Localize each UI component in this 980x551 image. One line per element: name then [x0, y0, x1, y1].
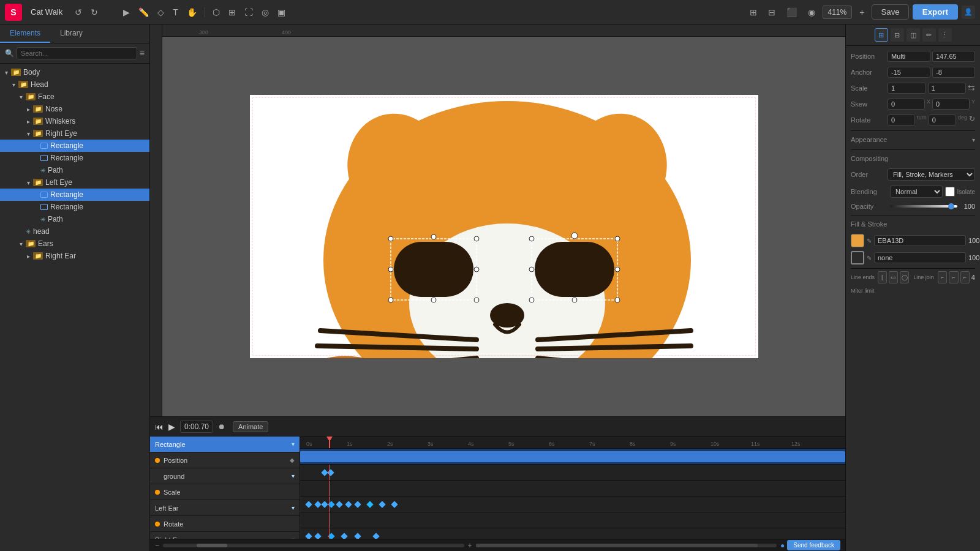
- tl-label-rectangle[interactable]: Rectangle ▾: [150, 437, 300, 452]
- tree-item-path2[interactable]: ✳ Path: [0, 213, 149, 225]
- tl-dropdown-icon2[interactable]: ▾: [292, 473, 295, 479]
- animate-button[interactable]: Animate: [233, 421, 268, 432]
- playhead[interactable]: [329, 437, 330, 448]
- skew-x-input[interactable]: [888, 99, 925, 110]
- align-icon[interactable]: ⊞: [875, 28, 888, 42]
- tree-item-rect3[interactable]: Rectangle: [0, 189, 149, 201]
- layers-icon[interactable]: ◫: [907, 28, 920, 42]
- tree-item-left-eye[interactable]: ▾ 📁 Left Eye: [0, 176, 149, 189]
- sort-icon[interactable]: ≡: [140, 48, 145, 58]
- play-button[interactable]: ▶: [168, 422, 175, 432]
- track-ground[interactable]: [300, 481, 845, 497]
- scroll-track2[interactable]: [476, 544, 777, 547]
- mask-tool[interactable]: ⬛: [783, 5, 801, 20]
- rotate-deg-input[interactable]: [929, 114, 956, 126]
- scale-y-input[interactable]: [928, 83, 967, 94]
- tl-label-position[interactable]: Position ◆: [150, 452, 300, 468]
- group-tool[interactable]: ▣: [274, 5, 289, 20]
- fill-hex-input[interactable]: [874, 235, 966, 246]
- tree-item-nose[interactable]: ▸ 📁 Nose: [0, 103, 149, 115]
- tree-item-face[interactable]: ▾ 📁 Face: [0, 91, 149, 103]
- scroll-thumb[interactable]: [197, 544, 227, 547]
- save-button[interactable]: Save: [872, 4, 908, 20]
- tree-item-body[interactable]: ▾ 📁 Body: [0, 66, 149, 78]
- tree-item-rect2[interactable]: Rectangle: [0, 152, 149, 164]
- rotate-icon[interactable]: ↻: [969, 114, 975, 126]
- effects-tool[interactable]: ◉: [804, 5, 819, 20]
- track-scale[interactable]: [300, 497, 845, 512]
- track-left-ear-rotate[interactable]: [300, 528, 845, 539]
- position-x-input[interactable]: [888, 51, 930, 62]
- opacity-slider[interactable]: [890, 205, 957, 208]
- skew-y-input[interactable]: [932, 99, 970, 110]
- zoom-in-icon[interactable]: +: [856, 5, 868, 20]
- tl-label-right-ear[interactable]: Right Ear ▾: [150, 532, 300, 539]
- pen-tool[interactable]: ✏️: [135, 5, 153, 20]
- minus-icon[interactable]: −: [155, 541, 159, 550]
- tree-item-right-ear[interactable]: ▸ 📁 Right Ear: [0, 250, 149, 262]
- position-y-value[interactable]: 147.65: [932, 51, 975, 62]
- transform-tool[interactable]: ⊞: [225, 5, 239, 20]
- pen-r-icon[interactable]: ✏: [922, 28, 936, 42]
- line-end-btn1[interactable]: |: [878, 271, 887, 283]
- select-tool[interactable]: ▶: [119, 5, 134, 20]
- node-tool[interactable]: ⬡: [209, 5, 224, 20]
- link-icon[interactable]: ⇆: [968, 83, 975, 94]
- order-select[interactable]: Fill, Stroke, Markers: [888, 168, 975, 181]
- anchor-y-input[interactable]: [932, 67, 975, 78]
- stroke-color-swatch[interactable]: [851, 251, 864, 264]
- user-avatar[interactable]: 👤: [962, 6, 975, 19]
- line-join-btn2[interactable]: ⌐: [949, 271, 958, 283]
- undo-button[interactable]: ↺: [71, 5, 86, 20]
- rotate-x-input[interactable]: [888, 114, 915, 126]
- tl-label-ground[interactable]: ground ▾: [150, 468, 300, 484]
- blending-select[interactable]: Normal: [890, 186, 943, 198]
- tab-library[interactable]: Library: [50, 24, 92, 43]
- shape-tool[interactable]: ◇: [154, 5, 168, 20]
- tree-item-path1[interactable]: ✳ Path: [0, 164, 149, 176]
- tl-label-scale[interactable]: Scale: [150, 484, 300, 500]
- warp-tool[interactable]: ◎: [258, 5, 273, 20]
- align-tool[interactable]: ⊞: [746, 5, 761, 20]
- text-tool[interactable]: T: [169, 5, 182, 20]
- tree-item-rect4[interactable]: Rectangle: [0, 201, 149, 213]
- tl-label-left-ear[interactable]: Left Ear ▾: [150, 500, 300, 516]
- tree-item-whiskers[interactable]: ▸ 📁 Whiskers: [0, 115, 149, 127]
- anchor-x-input[interactable]: [888, 67, 930, 78]
- tree-item-rect1[interactable]: Rectangle: [0, 140, 149, 152]
- view-tool[interactable]: ⊟: [764, 5, 779, 20]
- scroll-track[interactable]: [163, 544, 464, 547]
- line-join-btn1[interactable]: ⌐: [938, 271, 947, 283]
- plus-icon[interactable]: +: [468, 541, 472, 550]
- tree-item-ears[interactable]: ▾ 📁 Ears: [0, 238, 149, 250]
- ellipsis-icon[interactable]: ⋮: [938, 28, 952, 42]
- stroke-edit-icon[interactable]: ✎: [867, 255, 872, 261]
- tl-dropdown-icon[interactable]: ▾: [292, 441, 295, 448]
- search-input[interactable]: [17, 47, 137, 59]
- hand-tool[interactable]: ✋: [183, 5, 201, 20]
- stroke-hex-input[interactable]: [874, 252, 966, 263]
- track-rectangle[interactable]: [300, 449, 845, 465]
- line-end-btn2[interactable]: ▭: [889, 271, 898, 283]
- skip-start-button[interactable]: ⏮: [155, 422, 164, 432]
- grid-icon[interactable]: ⊟: [891, 28, 904, 42]
- tree-item-right-eye[interactable]: ▾ 📁 Right Eye: [0, 127, 149, 140]
- tl-label-left-ear-rotate[interactable]: Rotate: [150, 516, 300, 532]
- tree-item-head2[interactable]: ✳ head: [0, 225, 149, 238]
- fill-edit-icon[interactable]: ✎: [867, 238, 872, 244]
- feedback-button[interactable]: Send feedback: [787, 540, 840, 550]
- track-position[interactable]: [300, 465, 845, 481]
- tl-dropdown-icon3[interactable]: ▾: [292, 504, 295, 511]
- redo-button[interactable]: ↻: [87, 5, 102, 20]
- export-button[interactable]: Export: [913, 4, 958, 20]
- tree-item-head[interactable]: ▾ 📁 Head: [0, 78, 149, 91]
- zoom-fit-tool[interactable]: ⛶: [241, 5, 257, 20]
- opacity-thumb[interactable]: [948, 203, 954, 209]
- appearance-collapse[interactable]: ▾: [972, 137, 975, 143]
- scale-x-input[interactable]: [888, 83, 926, 94]
- line-join-btn3[interactable]: ⌐: [960, 271, 970, 283]
- scroll-thumb2[interactable]: [476, 544, 758, 547]
- line-end-btn3[interactable]: ◯: [900, 271, 909, 283]
- tab-elements[interactable]: Elements: [0, 24, 50, 43]
- fill-color-swatch[interactable]: [851, 234, 864, 247]
